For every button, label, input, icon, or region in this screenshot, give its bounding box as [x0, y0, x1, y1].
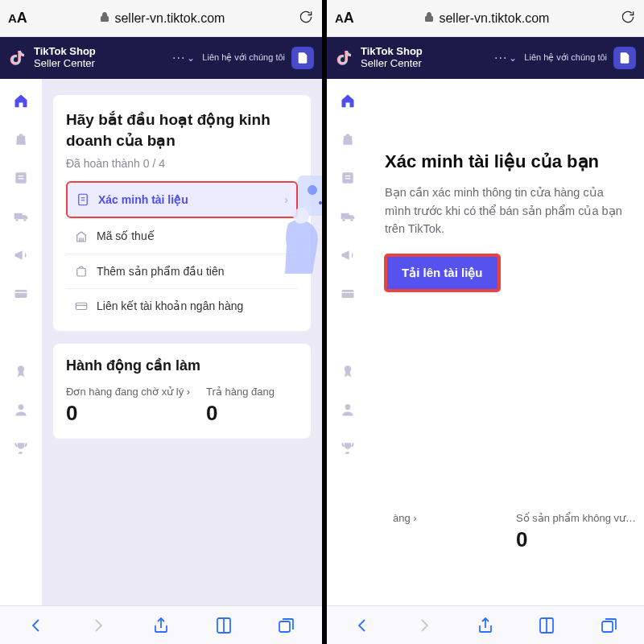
verify-section: Xác minh tài liệu của bạn Bạn cần xác mi…	[382, 79, 631, 291]
side-rail	[327, 79, 369, 605]
share-button[interactable]	[145, 616, 177, 635]
address-field[interactable]: seller-vn.tiktok.com	[361, 11, 613, 26]
onboarding-progress: Đã hoàn thành 0 / 4	[66, 157, 298, 170]
more-menu[interactable]: ··· ⌄	[494, 51, 518, 65]
rail-megaphone-icon[interactable]	[339, 246, 357, 264]
bookmarks-button[interactable]	[208, 616, 240, 635]
tabs-button[interactable]	[592, 616, 625, 635]
nav-forward-button[interactable]	[82, 616, 114, 635]
rail-medal-icon[interactable]	[339, 362, 357, 380]
onboarding-card: Hãy bắt đầu hoạt động kinh doanh của bạn…	[53, 95, 311, 331]
text-size-control[interactable]: AA	[8, 10, 27, 27]
tiktok-logo-icon	[8, 48, 27, 68]
verify-title: Xác minh tài liệu của bạn	[385, 151, 628, 172]
rail-truck-icon[interactable]	[339, 208, 357, 225]
tax-icon	[74, 229, 89, 244]
app-header: TikTok Shop Seller Center ··· ⌄ Liên hệ …	[327, 37, 644, 79]
text-size-large: A	[17, 10, 27, 26]
chevron-down-icon: ⌄	[509, 52, 518, 64]
safari-address-bar: AA seller-vn.tiktok.com	[0, 0, 322, 37]
bookmarks-button[interactable]	[530, 616, 563, 635]
content-area: Hãy bắt đầu hoạt động kinh doanh của bạn…	[0, 79, 322, 605]
rail-bars-icon[interactable]	[339, 324, 357, 341]
brand-title: TikTok Shop Seller Center	[361, 46, 423, 70]
step-verify-documents[interactable]: Xác minh tài liệu ›	[66, 181, 298, 218]
address-field[interactable]: seller-vn.tiktok.com	[34, 11, 291, 26]
lock-icon	[100, 11, 109, 26]
nav-back-button[interactable]	[20, 616, 52, 635]
svg-point-8	[308, 185, 317, 195]
svg-point-2	[18, 365, 24, 372]
verify-description: Bạn cần xác minh thông tin cửa hàng của …	[385, 184, 628, 237]
svg-rect-12	[342, 172, 353, 183]
bank-icon	[74, 299, 89, 313]
share-button[interactable]	[469, 616, 502, 635]
rail-bag-icon[interactable]	[339, 130, 357, 148]
side-rail	[0, 79, 42, 605]
rail-home-icon[interactable]	[12, 92, 30, 109]
nav-back-button[interactable]	[346, 616, 378, 635]
metrics-row: àng › Số sản phẩm không vư… 0	[380, 499, 644, 560]
svg-point-14	[345, 365, 351, 372]
phone-left: AA seller-vn.tiktok.com TikTok Shop Sell…	[0, 0, 322, 644]
rail-bars-icon[interactable]	[12, 324, 30, 341]
safari-bottom-bar	[0, 605, 322, 644]
step-tax-code[interactable]: Mã số thuế	[66, 218, 298, 253]
step-link-bank[interactable]: Liên kết tài khoản ngân hàng	[66, 288, 298, 323]
lock-icon	[424, 11, 434, 26]
metric-pending-orders[interactable]: Đơn hàng đang chờ xử lý › 0	[66, 386, 190, 426]
rail-card-icon[interactable]	[339, 285, 357, 303]
chevron-down-icon: ⌄	[187, 52, 196, 64]
app-header: TikTok Shop Seller Center ··· ⌄ Liên hệ …	[0, 37, 322, 79]
onboarding-title: Hãy bắt đầu hoạt động kinh doanh của bạn	[66, 109, 298, 151]
svg-rect-6	[76, 303, 87, 309]
rail-trophy-icon[interactable]	[339, 440, 357, 457]
reload-icon[interactable]	[620, 9, 636, 28]
metric-products-violation[interactable]: Số sản phẩm không vư… 0	[516, 512, 636, 552]
svg-rect-11	[279, 621, 290, 632]
more-menu[interactable]: ··· ⌄	[172, 51, 196, 65]
header-doc-icon[interactable]	[613, 47, 636, 69]
metric-returns[interactable]: Trả hàng đang 0	[206, 386, 298, 426]
svg-rect-5	[77, 268, 86, 276]
rail-list-icon[interactable]	[12, 169, 30, 187]
url-text: seller-vn.tiktok.com	[439, 11, 549, 26]
product-icon	[74, 264, 89, 279]
svg-point-3	[19, 404, 24, 410]
rail-medal-icon[interactable]	[12, 362, 30, 380]
upload-documents-button[interactable]: Tải lên tài liệu	[385, 254, 500, 291]
rail-user-icon[interactable]	[339, 401, 357, 419]
metric-partial-left[interactable]: àng ›	[393, 512, 492, 552]
text-size-control[interactable]: AA	[335, 10, 354, 27]
tabs-button[interactable]	[270, 616, 302, 635]
safari-address-bar: AA seller-vn.tiktok.com	[327, 0, 644, 37]
rail-card-icon[interactable]	[12, 285, 30, 303]
contact-link[interactable]: Liên hệ với chúng tôi	[202, 52, 285, 63]
svg-rect-4	[79, 195, 88, 206]
rail-bag-icon[interactable]	[12, 130, 30, 148]
svg-rect-16	[602, 621, 613, 632]
todo-title: Hành động cần làm	[66, 357, 298, 374]
rail-list-icon[interactable]	[339, 169, 357, 187]
rail-trophy-icon[interactable]	[12, 440, 30, 457]
rail-home-icon[interactable]	[339, 92, 357, 109]
reload-icon[interactable]	[298, 9, 314, 28]
svg-rect-0	[15, 172, 26, 183]
main-column: Xác minh tài liệu của bạn Bạn cần xác mi…	[369, 79, 644, 605]
svg-rect-13	[342, 290, 354, 298]
brand-title: TikTok Shop Seller Center	[34, 46, 96, 70]
contact-link[interactable]: Liên hệ với chúng tôi	[524, 52, 607, 63]
nav-forward-button[interactable]	[408, 616, 440, 635]
rail-user-icon[interactable]	[12, 401, 30, 419]
text-size-small: A	[8, 11, 17, 25]
rail-truck-icon[interactable]	[12, 208, 30, 225]
safari-bottom-bar	[327, 605, 644, 644]
step-add-product[interactable]: Thêm sản phẩm đầu tiên	[66, 254, 298, 288]
header-doc-icon[interactable]	[291, 47, 314, 69]
onboarding-illustration	[282, 167, 322, 280]
tiktok-logo-icon	[335, 48, 354, 68]
main-column: Hãy bắt đầu hoạt động kinh doanh của bạn…	[42, 79, 322, 605]
rail-megaphone-icon[interactable]	[12, 246, 30, 264]
todo-card: Hành động cần làm Đơn hàng đang chờ xử l…	[53, 344, 311, 439]
verify-doc-icon	[76, 192, 90, 207]
